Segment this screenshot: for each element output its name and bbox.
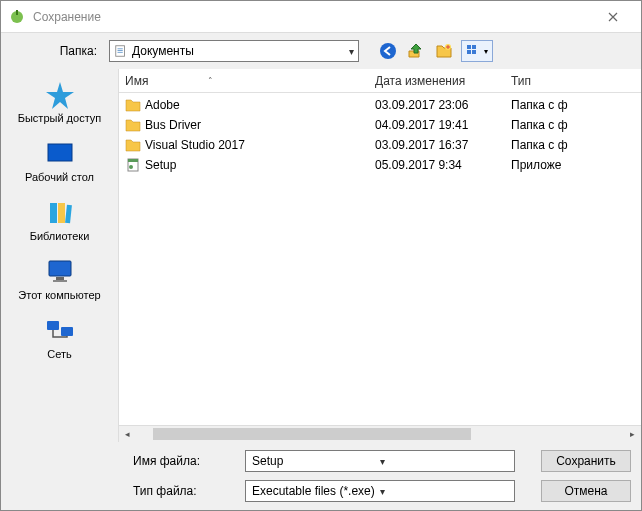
column-headers: Имя ˄ Дата изменения Тип (119, 69, 641, 93)
file-name: Bus Driver (145, 118, 201, 132)
svg-rect-17 (49, 261, 71, 276)
filetype-dropdown[interactable]: Executable files (*.exe) ▾ (245, 480, 515, 502)
scroll-right-button[interactable]: ▸ (624, 426, 641, 443)
svg-point-24 (129, 165, 133, 169)
network-icon (44, 315, 76, 345)
svg-rect-11 (472, 50, 476, 54)
svg-point-6 (380, 43, 396, 59)
horizontal-scrollbar[interactable]: ◂ ▸ (119, 425, 641, 442)
column-header-date[interactable]: Дата изменения (375, 74, 511, 88)
file-row[interactable]: Setup05.09.2017 9:34Приложе (125, 155, 641, 175)
file-date: 03.09.2017 23:06 (375, 98, 511, 112)
save-button[interactable]: Сохранить (541, 450, 631, 472)
svg-rect-4 (118, 50, 123, 51)
file-row[interactable]: Bus Driver04.09.2017 19:41Папка с ф (125, 115, 641, 135)
bottom-panel: Имя файла: Setup ▾ Тип файла: Executable… (1, 442, 641, 510)
close-button[interactable] (593, 3, 633, 31)
svg-rect-20 (47, 321, 59, 330)
star-icon (44, 79, 76, 109)
libraries-icon (44, 197, 76, 227)
scroll-thumb[interactable] (153, 428, 471, 440)
new-folder-button[interactable] (433, 40, 455, 62)
file-name: Adobe (145, 98, 180, 112)
sidebar-item-libraries[interactable]: Библиотеки (3, 193, 116, 250)
chevron-down-icon: ▾ (349, 46, 354, 57)
places-sidebar: Быстрый доступ Рабочий стол Библиотеки Э… (1, 69, 119, 442)
file-name: Visual Studio 2017 (145, 138, 245, 152)
chevron-down-icon: ▾ (380, 486, 508, 497)
svg-rect-10 (467, 50, 471, 54)
sidebar-item-desktop[interactable]: Рабочий стол (3, 134, 116, 191)
scroll-track[interactable] (153, 426, 607, 443)
file-date: 05.09.2017 9:34 (375, 158, 511, 172)
main-area: Быстрый доступ Рабочий стол Библиотеки Э… (1, 69, 641, 442)
file-type: Папка с ф (511, 98, 641, 112)
file-name: Setup (145, 158, 176, 172)
svg-rect-16 (65, 205, 72, 223)
cancel-button[interactable]: Отмена (541, 480, 631, 502)
folder-name: Документы (132, 44, 349, 58)
documents-icon (114, 44, 128, 58)
svg-rect-8 (467, 45, 471, 49)
folder-toolbar: Папка: Документы ▾ ▾ (1, 33, 641, 69)
folder-icon (125, 97, 141, 113)
computer-icon (44, 256, 76, 286)
file-row[interactable]: Adobe03.09.2017 23:06Папка с ф (125, 95, 641, 115)
svg-rect-18 (56, 277, 64, 280)
svg-rect-19 (53, 280, 67, 282)
app-icon (9, 9, 25, 25)
filetype-label: Тип файла: (133, 484, 245, 498)
svg-rect-1 (16, 10, 18, 15)
column-header-type[interactable]: Тип (511, 74, 641, 88)
file-type: Папка с ф (511, 118, 641, 132)
sidebar-item-quick-access[interactable]: Быстрый доступ (3, 75, 116, 132)
svg-rect-15 (58, 203, 65, 223)
svg-rect-9 (472, 45, 476, 49)
save-dialog: Сохранение Папка: Документы ▾ (0, 0, 642, 511)
folder-icon (125, 117, 141, 133)
filename-label: Имя файла: (133, 454, 245, 468)
svg-rect-12 (48, 144, 72, 161)
chevron-down-icon: ▾ (380, 456, 508, 467)
exe-icon (125, 157, 141, 173)
back-button[interactable] (377, 40, 399, 62)
chevron-down-icon: ▾ (484, 47, 488, 56)
filename-input[interactable]: Setup ▾ (245, 450, 515, 472)
view-menu-button[interactable]: ▾ (461, 40, 493, 62)
sort-indicator-icon: ˄ (208, 76, 213, 86)
file-type: Приложе (511, 158, 641, 172)
nav-icons: ▾ (377, 40, 493, 62)
svg-rect-5 (118, 52, 123, 53)
file-list[interactable]: Adobe03.09.2017 23:06Папка с фBus Driver… (119, 93, 641, 425)
scroll-left-button[interactable]: ◂ (119, 426, 136, 443)
file-date: 03.09.2017 16:37 (375, 138, 511, 152)
sidebar-item-network[interactable]: Сеть (3, 311, 116, 368)
svg-rect-14 (50, 203, 57, 223)
up-button[interactable] (405, 40, 427, 62)
desktop-icon (44, 138, 76, 168)
titlebar: Сохранение (1, 1, 641, 33)
column-header-name[interactable]: Имя ˄ (125, 74, 375, 88)
file-type: Папка с ф (511, 138, 641, 152)
sidebar-item-this-pc[interactable]: Этот компьютер (3, 252, 116, 309)
file-list-area: Имя ˄ Дата изменения Тип Adobe03.09.2017… (119, 69, 641, 442)
folder-icon (125, 137, 141, 153)
svg-rect-23 (128, 159, 138, 162)
svg-rect-21 (61, 327, 73, 336)
window-title: Сохранение (33, 10, 593, 24)
file-date: 04.09.2017 19:41 (375, 118, 511, 132)
folder-label: Папка: (11, 44, 103, 58)
file-row[interactable]: Visual Studio 201703.09.2017 16:37Папка … (125, 135, 641, 155)
svg-rect-3 (118, 48, 123, 49)
folder-dropdown[interactable]: Документы ▾ (109, 40, 359, 62)
